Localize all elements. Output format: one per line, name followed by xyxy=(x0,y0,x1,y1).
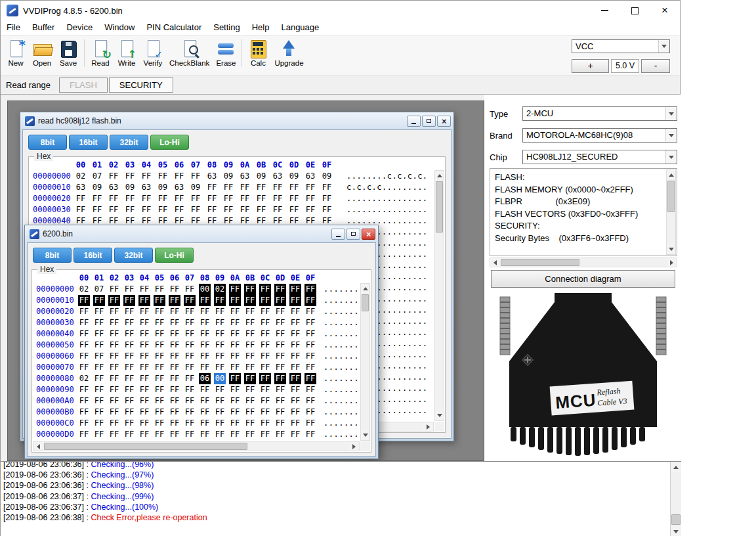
hex-byte[interactable]: FF xyxy=(288,204,300,215)
scroll-left-button[interactable] xyxy=(490,258,500,267)
hex-byte[interactable]: FF xyxy=(138,328,150,340)
maximize-button[interactable] xyxy=(346,229,360,240)
menu-item-pin-calculator[interactable]: PIN Calculator xyxy=(140,20,207,35)
hex-byte[interactable]: FF xyxy=(138,362,150,373)
hex-byte[interactable]: FF xyxy=(199,328,211,340)
hex-byte[interactable]: FF xyxy=(244,429,256,440)
minimize-button[interactable] xyxy=(589,1,620,20)
hex-byte[interactable]: FF xyxy=(289,317,301,328)
hex-byte[interactable]: FF xyxy=(108,317,120,328)
hex-byte[interactable]: FF xyxy=(123,429,135,440)
hex-byte[interactable]: 63 xyxy=(304,171,316,182)
hex-byte[interactable]: 09 xyxy=(222,171,234,182)
hex-byte[interactable]: FF xyxy=(229,328,241,340)
hex-byte[interactable]: FF xyxy=(78,418,90,429)
hex-byte[interactable]: FF xyxy=(184,407,196,418)
hex-byte[interactable]: FF xyxy=(244,351,256,362)
hex-byte[interactable]: FF xyxy=(274,284,286,295)
scrollbar-thumb[interactable] xyxy=(671,514,681,525)
hex-byte[interactable]: FF xyxy=(78,407,90,418)
hex-byte[interactable]: FF xyxy=(78,362,90,373)
hex-byte[interactable]: FF xyxy=(123,418,135,429)
hex-byte[interactable]: FF xyxy=(321,182,333,193)
bit-button-8bit[interactable]: 8bit xyxy=(28,135,67,150)
hex-byte[interactable]: FF xyxy=(214,362,226,373)
hex-byte[interactable]: FF xyxy=(304,328,316,340)
hex-byte[interactable]: FF xyxy=(75,193,87,204)
hex-byte[interactable]: FF xyxy=(289,351,301,362)
hex-byte[interactable]: FF xyxy=(229,317,241,328)
bit-button-32bit[interactable]: 32bit xyxy=(110,135,148,150)
hex-byte[interactable]: FF xyxy=(154,373,165,384)
hex-byte[interactable]: FF xyxy=(93,295,105,306)
hex-byte[interactable]: FF xyxy=(321,204,333,215)
hex-byte[interactable]: 63 xyxy=(140,182,152,193)
hex-byte[interactable]: FF xyxy=(304,351,316,362)
hex-byte[interactable]: FF xyxy=(154,340,165,351)
hex-byte[interactable]: FF xyxy=(154,317,165,328)
hex-byte[interactable]: FF xyxy=(154,429,165,440)
hex-byte[interactable]: FF xyxy=(108,306,120,317)
hex-byte[interactable]: FF xyxy=(78,395,90,407)
hex-byte[interactable]: FF xyxy=(190,171,201,182)
hex-byte[interactable]: FF xyxy=(289,395,301,407)
hex-byte[interactable]: FF xyxy=(229,351,241,362)
hex-byte[interactable]: FF xyxy=(93,306,105,317)
hex-byte[interactable]: FF xyxy=(272,204,284,215)
close-button[interactable] xyxy=(650,1,680,20)
bit-button-lo-hi[interactable]: Lo-Hi xyxy=(150,135,189,150)
bit-button-16bit[interactable]: 16bit xyxy=(74,248,112,263)
hex-byte[interactable]: FF xyxy=(274,328,286,340)
toolbar-verify-button[interactable]: Verify xyxy=(140,37,166,69)
hex-byte[interactable]: FF xyxy=(93,340,105,351)
hex-byte[interactable]: FF xyxy=(199,429,211,440)
scroll-up-button[interactable] xyxy=(667,170,675,180)
chevron-down-icon[interactable] xyxy=(658,40,669,53)
toolbar-new-button[interactable]: New xyxy=(3,37,29,69)
hex-byte[interactable]: FF xyxy=(274,306,286,317)
hex-byte[interactable]: FF xyxy=(108,373,120,384)
hex-byte[interactable]: FF xyxy=(214,429,226,440)
hex-byte[interactable]: FF xyxy=(184,284,196,295)
hex-byte[interactable]: FF xyxy=(206,193,218,204)
hex-byte[interactable]: FF xyxy=(244,317,256,328)
hex-byte[interactable]: FF xyxy=(169,317,180,328)
hex-byte[interactable]: FF xyxy=(108,204,119,215)
minimize-button[interactable] xyxy=(407,116,421,127)
hex-byte[interactable]: FF xyxy=(108,284,120,295)
hex-byte[interactable]: 00 xyxy=(214,373,226,384)
menu-item-window[interactable]: Window xyxy=(98,20,140,35)
hex-byte[interactable]: FF xyxy=(124,171,136,182)
hex-byte[interactable]: FF xyxy=(184,295,196,306)
hex-byte[interactable]: FF xyxy=(199,384,211,395)
horizontal-scrollbar[interactable] xyxy=(490,257,677,267)
hex-byte[interactable]: FF xyxy=(184,395,196,407)
hex-byte[interactable]: FF xyxy=(199,407,211,418)
vcc-select[interactable]: VCC xyxy=(572,39,670,53)
hex-byte[interactable]: FF xyxy=(123,328,135,340)
hex-byte[interactable]: FF xyxy=(91,193,103,204)
voltage-minus-button[interactable]: - xyxy=(641,59,670,73)
hex-byte[interactable]: FF xyxy=(259,429,271,440)
hex-byte[interactable]: FF xyxy=(93,317,105,328)
hex-byte[interactable]: FF xyxy=(272,182,284,193)
scrollbar-thumb[interactable] xyxy=(436,181,443,233)
hex-byte[interactable]: FF xyxy=(214,395,226,407)
hex-byte[interactable]: FF xyxy=(157,193,169,204)
hex-byte[interactable]: FF xyxy=(108,395,120,407)
hex-byte[interactable]: FF xyxy=(108,418,120,429)
hex-byte[interactable]: FF xyxy=(169,429,180,440)
close-button[interactable] xyxy=(362,229,375,240)
hex-byte[interactable]: FF xyxy=(304,429,316,440)
hex-byte[interactable]: FF xyxy=(138,407,150,418)
hex-byte[interactable]: FF xyxy=(123,317,135,328)
hex-byte[interactable]: FF xyxy=(154,284,165,295)
hex-byte[interactable]: FF xyxy=(138,384,150,395)
hex-byte[interactable]: FF xyxy=(108,193,119,204)
bit-button-lo-hi[interactable]: Lo-Hi xyxy=(155,248,194,263)
combo-brand[interactable]: MOTOROLA-MC68HC(9)08 xyxy=(522,128,677,143)
hex-byte[interactable]: FF xyxy=(93,407,105,418)
toolbar-upgrade-button[interactable]: Upgrade xyxy=(271,37,306,69)
hex-byte[interactable]: FF xyxy=(138,395,150,407)
hex-byte[interactable]: FF xyxy=(274,395,286,407)
